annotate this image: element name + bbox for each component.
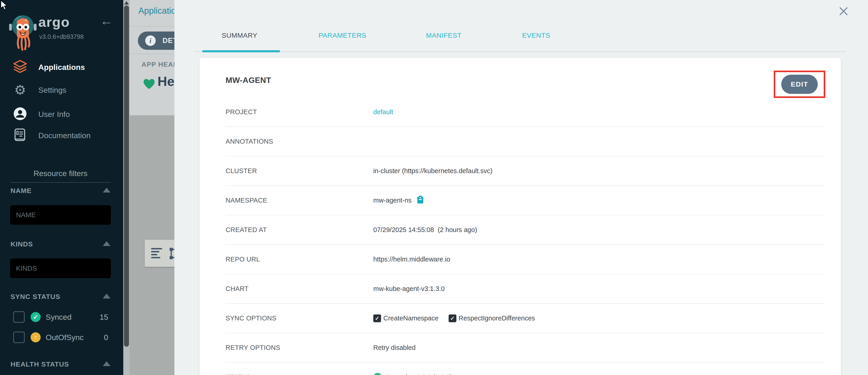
- app-name-title: MW-AGENT: [225, 75, 271, 85]
- row-created-at: CREATED AT 07/29/2025 14:55:08 (2 hours …: [225, 215, 824, 245]
- row-status: STATUS ✓ Synced to 1.3.0 (1.3.0): [225, 363, 824, 375]
- page-scrollbar[interactable]: [123, 0, 130, 375]
- synced-status-icon: ✓: [373, 373, 382, 375]
- row-sync-options: SYNC OPTIONS ✓ CreateNamespace ✓ Respect…: [225, 304, 824, 333]
- row-project: PROJECT default: [225, 97, 824, 127]
- synced-count: 15: [99, 313, 108, 321]
- tab-parameters[interactable]: PARAMETERS: [318, 32, 366, 39]
- argo-logo-icon: [9, 12, 37, 52]
- filter-option-synced: ✓ Synced 15: [0, 311, 123, 323]
- checked-checkbox-icon[interactable]: ✓: [448, 314, 456, 322]
- book-icon: [12, 128, 28, 143]
- sync-option-respect-ignore-differences: ✓ RespectIgnoreDifferences: [448, 314, 535, 322]
- divider: [130, 54, 175, 54]
- breadcrumb[interactable]: Applications: [138, 6, 175, 16]
- layers-icon: [12, 60, 28, 75]
- copy-clipboard-icon[interactable]: [417, 196, 424, 205]
- sidebar-item-settings[interactable]: ⚙ Settings: [0, 81, 123, 99]
- user-icon: [12, 107, 28, 122]
- sidebar-item-label: User Info: [38, 110, 70, 119]
- filter-option-outofsync: ↑ OutOfSync 0: [0, 331, 123, 344]
- row-retry-options: RETRY OPTIONS Retry disabled: [225, 333, 824, 363]
- collapse-sidebar-icon[interactable]: ←: [100, 13, 113, 28]
- background-page: Applications i DETAILS APP HEALTH Health…: [130, 0, 175, 375]
- brand-name: argo: [38, 14, 70, 30]
- healthy-heart-icon: [143, 77, 156, 91]
- edit-highlight-box: EDIT: [774, 70, 825, 98]
- outofsync-status-icon: ↑: [31, 332, 41, 342]
- sidebar-item-label: Documentation: [38, 131, 91, 140]
- summary-card: MW-AGENT EDIT PROJECT default ANNOTATION…: [199, 58, 841, 375]
- resource-filters-title: Resource filters: [9, 169, 112, 178]
- collapse-sync-status-icon[interactable]: [103, 294, 111, 299]
- active-tab-underline: [202, 50, 280, 52]
- details-button[interactable]: i DETAILS: [138, 32, 175, 50]
- divider: [130, 26, 175, 27]
- tree-view-icon[interactable]: [169, 247, 175, 259]
- collapse-health-status-icon[interactable]: [103, 361, 111, 366]
- version-label: v3.0.6+db93798: [39, 33, 84, 40]
- synced-label: Synced: [46, 313, 71, 321]
- background-content-area: [130, 115, 175, 375]
- name-filter-input[interactable]: [10, 205, 111, 225]
- app-health-value: Healthy: [158, 73, 175, 89]
- info-icon: i: [145, 35, 156, 46]
- tab-manifest[interactable]: MANIFEST: [426, 32, 462, 39]
- sidebar-item-label: Settings: [38, 86, 66, 95]
- outofsync-label: OutOfSync: [46, 333, 84, 342]
- scrollbar-thumb[interactable]: [124, 5, 129, 347]
- kinds-filter-input[interactable]: [10, 258, 111, 278]
- filter-section-name-label: NAME: [10, 187, 32, 195]
- collapse-kinds-icon[interactable]: [103, 241, 111, 246]
- divider: [10, 182, 111, 183]
- sync-option-create-namespace: ✓ CreateNamespace: [373, 314, 439, 322]
- summary-rows: PROJECT default ANNOTATIONS CLUSTER in-c…: [225, 97, 824, 375]
- checked-checkbox-icon[interactable]: ✓: [373, 314, 381, 322]
- sidebar-item-applications[interactable]: Applications: [0, 58, 123, 76]
- synced-status-icon: ✓: [31, 312, 41, 322]
- synced-checkbox[interactable]: [13, 311, 25, 323]
- tab-events[interactable]: EVENTS: [522, 32, 550, 39]
- row-namespace: NAMESPACE mw-agent-ns: [225, 186, 824, 215]
- edit-button[interactable]: EDIT: [781, 75, 818, 94]
- row-chart: CHART mw-kube-agent-v3:1.3.0: [225, 274, 824, 304]
- view-toolbar: [145, 240, 175, 267]
- collapse-name-icon[interactable]: [103, 188, 111, 192]
- app-health-label: APP HEALTH: [142, 61, 175, 68]
- project-link[interactable]: default: [373, 108, 393, 116]
- sidebar-item-label: Applications: [38, 63, 85, 72]
- row-annotations: ANNOTATIONS: [225, 127, 824, 156]
- outofsync-checkbox[interactable]: [13, 332, 25, 343]
- outofsync-count: 0: [104, 333, 108, 342]
- sidebar-item-documentation[interactable]: Documentation: [0, 126, 123, 145]
- filter-section-sync-status-label: SYNC STATUS: [10, 293, 60, 301]
- gear-icon: ⚙: [12, 83, 28, 97]
- app-details-panel: SUMMARY PARAMETERS MANIFEST EVENTS MW-AG…: [175, 0, 868, 375]
- filter-section-kinds-label: KINDS: [10, 240, 33, 248]
- close-icon[interactable]: [838, 6, 849, 17]
- scroll-up-arrow-icon[interactable]: [124, 1, 129, 5]
- row-repo-url: REPO URL https://helm.middleware.io: [225, 245, 824, 274]
- filter-section-health-status-label: HEALTH STATUS: [10, 361, 69, 368]
- list-view-icon[interactable]: [151, 248, 162, 260]
- sidebar: argo v3.0.6+db93798 ← Applications ⚙ Set…: [0, 0, 123, 375]
- sidebar-item-user-info[interactable]: User Info: [0, 105, 123, 123]
- tabs-divider: [194, 52, 846, 52]
- tab-summary[interactable]: SUMMARY: [222, 32, 257, 39]
- row-cluster: CLUSTER in-cluster (https://kubernetes.d…: [225, 156, 824, 186]
- mouse-cursor: [0, 0, 8, 11]
